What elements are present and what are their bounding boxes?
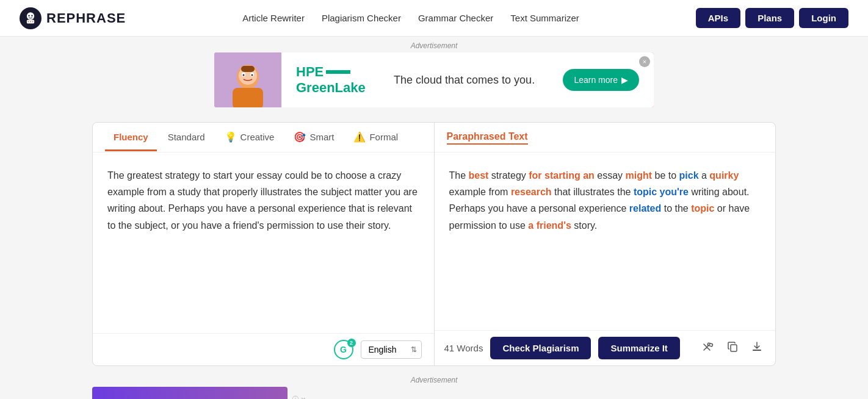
fluency-label: Fluency: [114, 132, 148, 142]
svg-point-2: [31, 15, 32, 16]
para-seg-related: related: [629, 203, 661, 214]
nav-plagiarism-checker[interactable]: Plagiarism Checker: [322, 13, 401, 23]
ad-hpe-product: GreenLake: [296, 80, 366, 96]
standard-label: Standard: [168, 132, 205, 142]
tab-fluency[interactable]: Fluency: [105, 123, 157, 151]
ad-hpe-rect: [326, 70, 350, 74]
input-text-area[interactable]: The greatest strategy to start your essa…: [93, 153, 434, 333]
brand-name: REPHRASE: [46, 10, 126, 26]
grammarly-icon: G: [340, 345, 347, 354]
para-seg-forstarting: for starting an: [529, 170, 595, 181]
para-seg-research: research: [511, 187, 552, 197]
ad-tagline: The cloud that comes to you.: [380, 74, 549, 87]
svg-point-1: [28, 15, 29, 16]
para-seg-0: The: [449, 170, 469, 181]
ad-person-image: [214, 52, 281, 107]
summarize-button[interactable]: Summarize It: [598, 337, 679, 359]
plans-button[interactable]: Plans: [745, 8, 794, 28]
bottom-ad-info-icon: ⓘ: [292, 395, 298, 399]
para-seg-8: to the: [661, 203, 691, 214]
right-panel-header: Paraphrased Text: [435, 123, 776, 153]
smart-icon: 🎯: [294, 131, 306, 143]
paraphrased-text-area: The best strategy for starting an essay …: [435, 153, 776, 330]
para-seg-best: best: [469, 170, 489, 181]
paraphrased-title: Paraphrased Text: [447, 131, 528, 145]
svg-point-6: [32, 21, 34, 22]
copy-icon: [726, 340, 739, 353]
formal-label: Formal: [369, 132, 398, 142]
svg-rect-17: [731, 345, 737, 351]
para-seg-2: essay: [595, 170, 626, 181]
erase-icon-button[interactable]: [700, 338, 717, 358]
para-seg-1: strategy: [488, 170, 529, 181]
svg-point-0: [27, 12, 34, 20]
editor-right-panel: Paraphrased Text The best strategy for s…: [435, 123, 776, 365]
download-icon-button[interactable]: [748, 338, 765, 358]
tab-formal[interactable]: ⚠️ Formal: [345, 123, 407, 152]
nav-text-summarizer[interactable]: Text Summarizer: [510, 13, 579, 23]
ad-learn-more-button[interactable]: Learn more ▶: [563, 69, 639, 91]
svg-rect-15: [241, 66, 255, 72]
download-icon: [751, 340, 763, 353]
grammarly-badge[interactable]: G 2: [334, 340, 353, 359]
copy-icon-button[interactable]: [724, 338, 741, 358]
ad-arrow-icon: ▶: [621, 75, 628, 85]
check-plagiarism-button[interactable]: Check Plagiarism: [490, 337, 591, 359]
svg-point-13: [243, 74, 245, 76]
para-seg-5: example from: [449, 187, 511, 197]
brand-logo[interactable]: REPHRASE: [20, 7, 126, 29]
nav-links: Article Rewriter Plagiarism Checker Gram…: [242, 13, 579, 23]
tabs-bar: Fluency Standard 💡 Creative 🎯 Smart ⚠️ F…: [93, 123, 434, 153]
ad-label: Advertisement: [0, 41, 868, 50]
bottom-ad-container: Advertisement ⓘ ×: [92, 376, 776, 399]
svg-rect-18: [753, 350, 761, 351]
para-seg-4: a: [699, 170, 710, 181]
ad-hpe-name: HPE: [296, 64, 324, 80]
brand-icon: [20, 7, 42, 29]
erase-icon: [702, 340, 714, 353]
para-seg-6: that illustrates the: [552, 187, 634, 197]
editor-bottom-bar: G 2 English Spanish French German: [93, 333, 434, 365]
nav-article-rewriter[interactable]: Article Rewriter: [242, 13, 305, 23]
ad-info-icon: ⓘ: [630, 56, 637, 65]
apis-button[interactable]: APIs: [696, 8, 740, 28]
bottom-ad-bar: [92, 387, 288, 399]
smart-label: Smart: [309, 132, 334, 142]
word-count: 41 Words: [444, 343, 483, 353]
formal-icon: ⚠️: [353, 131, 366, 143]
svg-point-4: [27, 21, 29, 22]
para-seg-quirky: quirky: [709, 170, 739, 181]
editor-left-panel: Fluency Standard 💡 Creative 🎯 Smart ⚠️ F…: [93, 123, 435, 365]
nav-buttons: APIs Plans Login: [696, 8, 848, 28]
creative-icon: 💡: [225, 131, 237, 143]
creative-label: Creative: [241, 132, 275, 142]
para-seg-3: be to: [652, 170, 679, 181]
tab-smart[interactable]: 🎯 Smart: [285, 123, 342, 152]
editor-wrapper: Fluency Standard 💡 Creative 🎯 Smart ⚠️ F…: [92, 122, 776, 366]
para-seg-topic: topic: [691, 203, 714, 214]
para-seg-afriend: a friend's: [528, 220, 571, 231]
bottom-ad-close-button[interactable]: ×: [301, 395, 306, 400]
right-bottom-bar: 41 Words Check Plagiarism Summarize It: [435, 330, 776, 365]
para-seg-pick: pick: [679, 170, 699, 181]
language-select-wrapper[interactable]: English Spanish French German: [361, 340, 422, 359]
ad-banner: HPE GreenLake The cloud that comes to yo…: [214, 52, 654, 107]
svg-rect-9: [233, 88, 263, 107]
ad-close-button[interactable]: ×: [639, 56, 650, 67]
svg-point-14: [251, 74, 253, 76]
navbar: REPHRASE Article Rewriter Plagiarism Che…: [0, 0, 868, 37]
login-button[interactable]: Login: [799, 8, 848, 28]
nav-grammar-checker[interactable]: Grammar Checker: [418, 13, 493, 23]
ad-hpe-logo: HPE GreenLake: [296, 64, 366, 96]
svg-point-5: [30, 21, 31, 22]
para-seg-10: story.: [571, 220, 597, 231]
language-select[interactable]: English Spanish French German: [361, 340, 422, 359]
bottom-ad-label: Advertisement: [92, 376, 776, 384]
tab-standard[interactable]: Standard: [159, 123, 214, 151]
input-text-content: The greatest strategy to start your essa…: [107, 170, 418, 231]
ad-container: Advertisement HPE GreenL: [0, 37, 868, 112]
para-seg-topicyoure: topic you're: [634, 187, 689, 197]
tab-creative[interactable]: 💡 Creative: [216, 123, 283, 152]
ad-content: HPE GreenLake The cloud that comes to yo…: [281, 52, 654, 107]
para-seg-might: might: [625, 170, 652, 181]
